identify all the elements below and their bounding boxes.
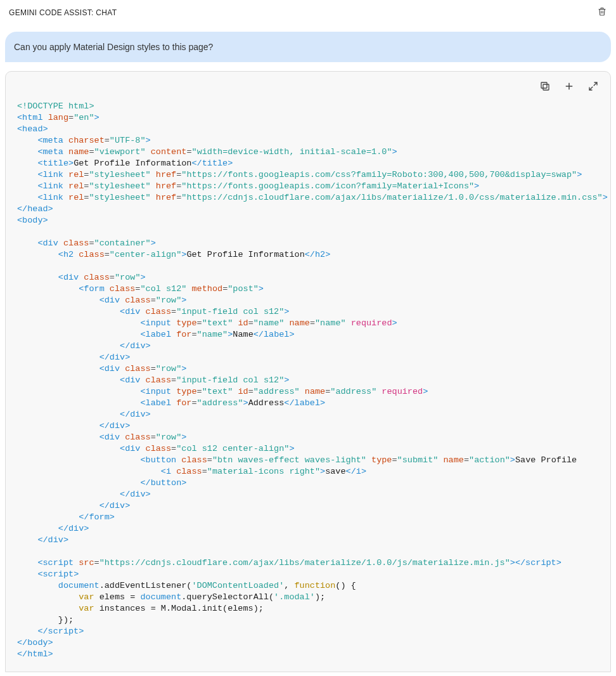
svg-rect-0 bbox=[543, 84, 549, 90]
code-toolbar bbox=[6, 72, 610, 101]
header-title: GEMINI CODE ASSIST: CHAT bbox=[9, 8, 117, 17]
expand-icon[interactable] bbox=[587, 81, 599, 94]
copy-icon[interactable] bbox=[539, 81, 551, 94]
svg-rect-1 bbox=[541, 82, 547, 88]
chat-header: GEMINI CODE ASSIST: CHAT bbox=[0, 0, 616, 25]
code-block[interactable]: <!DOCTYPE html> <html lang="en"> <head> … bbox=[6, 101, 610, 672]
trash-icon[interactable] bbox=[597, 6, 607, 19]
code-response-panel: <!DOCTYPE html> <html lang="en"> <head> … bbox=[5, 71, 611, 672]
user-message-bubble: Can you apply Material Design styles to … bbox=[5, 32, 611, 62]
user-message-text: Can you apply Material Design styles to … bbox=[14, 42, 213, 52]
insert-icon[interactable] bbox=[563, 81, 575, 94]
